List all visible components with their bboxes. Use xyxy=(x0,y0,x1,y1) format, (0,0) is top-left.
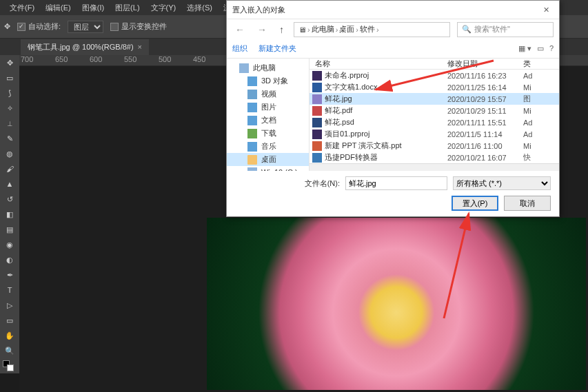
canvas-image xyxy=(207,218,586,390)
filename-input[interactable] xyxy=(345,176,447,190)
file-filter-dropdown[interactable]: 所有格式 (*.*) xyxy=(453,176,551,190)
organize-menu[interactable]: 组织 xyxy=(232,43,247,54)
crop-tool[interactable]: ⟂ xyxy=(0,116,19,131)
zoom-tool[interactable]: 🔍 xyxy=(0,343,19,358)
path-tool[interactable]: ▷ xyxy=(0,298,19,313)
file-type: 图 xyxy=(523,94,559,104)
file-row[interactable]: 迅捷PDF转换器2020/10/21 16:07快 xyxy=(310,152,559,163)
file-icon xyxy=(312,141,322,151)
sidebar-item[interactable]: Win10 (C:) xyxy=(227,166,309,171)
menu-item[interactable]: 选择(S) xyxy=(181,3,218,13)
tab-title: 钢笔工具.jpg @ 100%(RGB/8#) xyxy=(28,42,134,52)
auto-select-checkbox[interactable] xyxy=(17,23,26,31)
move-tool-icon: ✥ xyxy=(4,22,10,31)
sidebar-item-label: 图片 xyxy=(261,102,276,112)
file-row[interactable]: 文字文稿1.docx2020/11/25 16:14Mi xyxy=(310,81,559,93)
file-icon xyxy=(312,106,322,116)
place-embedded-dialog: 置入嵌入的对象 ✕ ← → ↑ 🖥 › 此电脑› 桌面› 软件› 🔍 搜索"软件… xyxy=(226,0,560,217)
gradient-tool[interactable]: ▤ xyxy=(0,222,19,237)
menu-item[interactable]: 编辑(E) xyxy=(40,3,77,13)
cancel-button[interactable]: 取消 xyxy=(504,196,551,211)
nav-forward-button[interactable]: → xyxy=(254,24,270,35)
file-row[interactable]: 鲜花.jpg2020/10/29 15:57图 xyxy=(310,93,559,105)
file-type: Ad xyxy=(523,118,559,127)
close-icon[interactable]: × xyxy=(138,43,142,51)
folder-icon xyxy=(247,129,257,138)
file-row[interactable]: 新建 PPT 演示文稿.ppt2020/11/6 11:00Mi xyxy=(310,140,559,152)
sidebar-item-label: 视频 xyxy=(261,89,276,99)
new-folder-button[interactable]: 新建文件夹 xyxy=(258,43,296,54)
file-row[interactable]: 鲜花.pdf2020/10/29 15:11Mi xyxy=(310,105,559,116)
search-input[interactable]: 🔍 搜索"软件" xyxy=(457,22,554,37)
folder-icon xyxy=(239,63,249,73)
folder-icon xyxy=(247,155,257,165)
horizontal-scrollbar[interactable] xyxy=(310,163,559,171)
transform-checkbox[interactable] xyxy=(110,23,119,31)
lasso-tool[interactable]: ⟆ xyxy=(0,85,19,101)
file-row[interactable]: 未命名.prproj2020/11/16 16:23Ad xyxy=(310,70,559,81)
shape-tool[interactable]: ▭ xyxy=(0,313,19,328)
file-name: 未命名.prproj xyxy=(325,70,369,81)
file-date: 2020/10/21 16:07 xyxy=(447,154,523,162)
pen-tool[interactable]: ✒ xyxy=(0,267,19,282)
file-date: 2020/10/29 15:11 xyxy=(447,107,523,115)
view-options-button[interactable]: ▦ ▾ xyxy=(518,44,531,53)
folder-icon xyxy=(247,103,257,112)
sidebar-item[interactable]: 音乐 xyxy=(227,140,309,153)
sidebar-item[interactable]: 3D 对象 xyxy=(227,74,309,87)
breadcrumb[interactable]: 🖥 › 此电脑› 桌面› 软件› xyxy=(294,22,450,37)
sidebar-item[interactable]: 此电脑 xyxy=(227,61,309,74)
file-row[interactable]: 项目01.prproj2020/11/5 11:14Ad xyxy=(310,128,559,140)
file-name: 鲜花.pdf xyxy=(325,105,352,116)
heal-tool[interactable]: ◍ xyxy=(0,146,19,161)
dodge-tool[interactable]: ◐ xyxy=(0,252,19,267)
nav-back-button[interactable]: ← xyxy=(232,24,247,35)
nav-up-button[interactable]: ↑ xyxy=(276,24,287,35)
file-name: 文字文稿1.docx xyxy=(325,82,377,92)
sidebar-item[interactable]: 图片 xyxy=(227,101,309,114)
stamp-tool[interactable]: ▲ xyxy=(0,176,19,192)
history-brush-tool[interactable]: ↺ xyxy=(0,192,19,207)
sidebar-item[interactable]: 视频 xyxy=(227,87,309,101)
sidebar-item-label: 下载 xyxy=(261,128,276,138)
file-date: 2020/11/25 16:14 xyxy=(447,83,523,92)
folder-icon xyxy=(247,116,257,125)
color-swatch[interactable] xyxy=(0,358,19,373)
auto-select-label: 自动选择: xyxy=(28,22,61,30)
wand-tool[interactable]: ✧ xyxy=(0,101,19,116)
file-date: 2020/11/5 11:14 xyxy=(447,130,523,138)
marquee-tool[interactable]: ▭ xyxy=(0,70,19,85)
file-date: 2020/11/16 16:23 xyxy=(447,72,523,80)
file-type: Ad xyxy=(523,72,559,80)
eyedropper-tool[interactable]: ✎ xyxy=(0,131,19,146)
auto-select-dropdown[interactable]: 图层 xyxy=(68,21,103,33)
sidebar-item[interactable]: 下载 xyxy=(227,127,309,140)
folder-icon xyxy=(247,142,257,152)
menu-item[interactable]: 图层(L) xyxy=(110,3,145,13)
file-name: 鲜花.jpg xyxy=(325,94,352,104)
close-button[interactable]: ✕ xyxy=(539,6,554,14)
brush-tool[interactable]: 🖌 xyxy=(0,161,19,176)
sidebar-item[interactable]: 桌面 xyxy=(227,153,309,166)
column-headers[interactable]: 名称 修改日期 类 xyxy=(310,59,559,70)
file-row[interactable]: 鲜花.psd2020/11/11 15:51Ad xyxy=(310,116,559,128)
place-button[interactable]: 置入(P) xyxy=(452,196,498,211)
hand-tool[interactable]: ✋ xyxy=(0,328,19,343)
menu-item[interactable]: 文件(F) xyxy=(4,3,40,13)
file-name: 鲜花.psd xyxy=(325,117,354,127)
dialog-title: 置入嵌入的对象 xyxy=(232,5,285,15)
move-tool[interactable]: ✥ xyxy=(0,55,19,70)
eraser-tool[interactable]: ◧ xyxy=(0,207,19,222)
sidebar-item[interactable]: 文档 xyxy=(227,114,309,127)
file-name: 新建 PPT 演示文稿.ppt xyxy=(325,141,402,151)
help-button[interactable]: ? xyxy=(549,44,554,53)
blur-tool[interactable]: ◉ xyxy=(0,237,19,252)
sidebar-item-label: 音乐 xyxy=(261,141,276,152)
menu-item[interactable]: 图像(I) xyxy=(77,3,110,13)
menu-item[interactable]: 文字(Y) xyxy=(145,3,182,13)
file-icon xyxy=(312,153,322,163)
type-tool[interactable]: T xyxy=(0,282,19,298)
file-list: 名称 修改日期 类 未命名.prproj2020/11/16 16:23Ad文字… xyxy=(310,59,559,171)
document-tab[interactable]: 钢笔工具.jpg @ 100%(RGB/8#) × xyxy=(21,39,149,55)
preview-pane-button[interactable]: ▭ xyxy=(537,44,544,53)
